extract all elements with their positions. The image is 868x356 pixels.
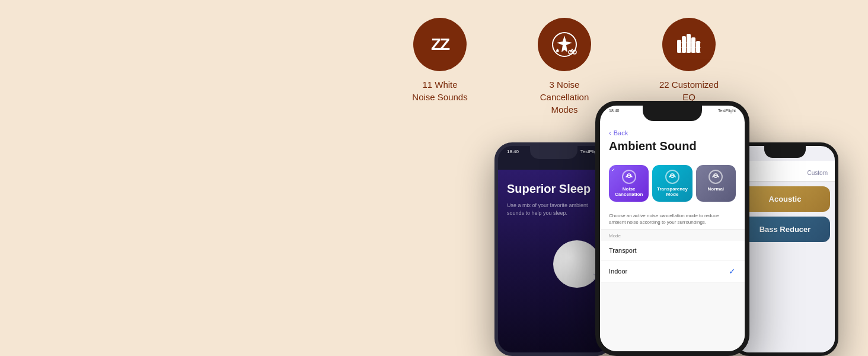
white-noise-icon-circle: ZZ <box>413 18 467 71</box>
noise-cancel-check-icon: ✓ <box>611 167 615 173</box>
feature-eq: 22 Customized EQ <box>650 18 727 103</box>
ambient-screen: ‹ Back Ambient Sound ✓ NoiseCancellation <box>600 123 745 351</box>
sleep-phone-status: 18:40 TestFlight <box>507 149 601 154</box>
svg-rect-6 <box>692 38 695 52</box>
equalizer-icon <box>674 30 704 59</box>
ambient-header: ‹ Back Ambient Sound <box>600 123 745 158</box>
back-label: Back <box>614 129 628 136</box>
eq-screen: Custom Acoustic Bass Reducer <box>735 161 835 352</box>
normal-mode-btn[interactable]: Normal <box>696 165 736 202</box>
eq-label: 22 Customized EQ <box>659 78 719 103</box>
acoustic-label: Acoustic <box>769 195 802 204</box>
ambient-phone-status: 18:40 TestFlight <box>609 109 736 113</box>
noise-cancel-mode-btn[interactable]: ✓ NoiseCancellation <box>609 165 649 202</box>
eq-custom-row: Custom <box>735 161 835 182</box>
noise-cancel-label: NoiseCancellation <box>615 186 643 197</box>
white-noise-label: 11 White Noise Sounds <box>412 78 467 103</box>
svg-rect-4 <box>682 37 685 52</box>
ambient-status-app: TestFlight <box>718 109 736 113</box>
transparency-mode-btn[interactable]: TransparencyMode <box>652 165 692 202</box>
ambient-status-time: 18:40 <box>609 109 620 113</box>
zzz-icon: ZZ <box>431 35 449 54</box>
mode-indoor-item[interactable]: Indoor ✓ <box>600 260 745 282</box>
travel-icon <box>550 30 579 59</box>
normal-mode-icon <box>709 170 723 184</box>
ambient-phone-notch <box>643 106 702 121</box>
sleep-subtitle: Use a mix of your favorite ambient sound… <box>507 202 601 217</box>
phone-ambient: 18:40 TestFlight ‹ Back Ambient Sound ✓ <box>595 101 749 356</box>
mode-transport-item[interactable]: Transport <box>600 241 745 260</box>
eq-bass-reducer-item[interactable]: Bass Reducer <box>740 217 830 242</box>
ambient-back-button[interactable]: ‹ Back <box>609 129 736 136</box>
headphones-icon <box>625 173 633 181</box>
noise-cancel-mode-icon <box>622 170 636 184</box>
transparency-label: TransparencyMode <box>657 186 688 197</box>
svg-rect-3 <box>678 40 681 52</box>
indoor-check-icon: ✓ <box>729 266 736 276</box>
eq-phone-notch <box>764 146 806 158</box>
sleep-screen-content: Superior Sleep Use a mix of your favorit… <box>498 170 609 352</box>
back-chevron-icon: ‹ <box>609 129 611 136</box>
eq-custom-label: Custom <box>808 170 828 176</box>
noise-cancellation-icon-circle <box>538 18 591 71</box>
mode-indoor-label: Indoor <box>609 268 627 275</box>
transparency-mode-icon <box>665 170 679 184</box>
eq-acoustic-item[interactable]: Acoustic <box>740 186 830 212</box>
eq-icon-circle <box>662 18 716 71</box>
ambient-mode-section-label: Mode <box>600 230 745 241</box>
bass-reducer-label: Bass Reducer <box>760 225 811 234</box>
moon-circle: ☽ <box>553 240 601 288</box>
ambient-description: Choose an active noise cancellation mode… <box>600 206 745 230</box>
feature-white-noise: ZZ 11 White Noise Sounds <box>401 18 478 103</box>
transparency-icon <box>668 173 676 181</box>
ambient-modes-row: ✓ NoiseCancellation <box>600 158 745 206</box>
phones-container: 18:40 TestFlight Superior Sleep Use a mi… <box>494 101 838 356</box>
sleep-title: Superior Sleep <box>507 182 601 196</box>
sleep-moon-area: ☽ <box>507 240 601 288</box>
normal-icon <box>711 173 720 181</box>
sleep-status-time: 18:40 <box>507 149 519 154</box>
ambient-title: Ambient Sound <box>609 139 736 153</box>
svg-rect-5 <box>687 34 690 52</box>
mode-transport-label: Transport <box>609 247 637 254</box>
normal-label: Normal <box>708 186 725 192</box>
